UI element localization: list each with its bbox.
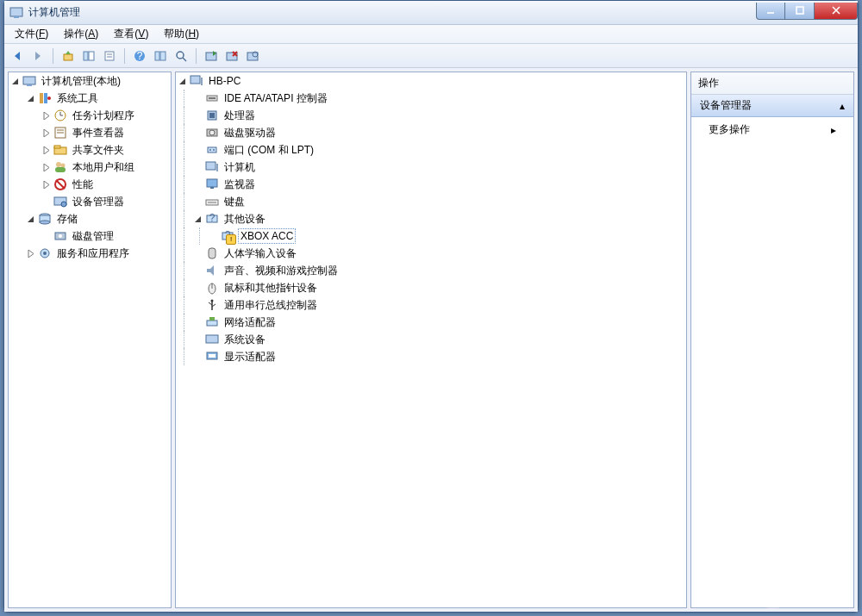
tree-item[interactable]: 系统设备 (176, 331, 686, 348)
tree-item[interactable]: 计算机管理(本地) (9, 72, 171, 90)
action-more[interactable]: 更多操作 ▸ (691, 117, 853, 142)
expander-open-icon[interactable] (9, 75, 21, 87)
tree-item[interactable]: 本地用户和组 (9, 159, 171, 176)
device-tree[interactable]: HB-PCIDE ATA/ATAPI 控制器处理器磁盘驱动器端口 (COM 和 … (176, 72, 686, 365)
titlebar[interactable]: 计算机管理 (4, 1, 858, 25)
action-selection[interactable]: 设备管理器 ▴ (691, 95, 853, 117)
svg-line-20 (183, 58, 186, 61)
back-button[interactable] (8, 47, 27, 65)
showhide-button[interactable] (79, 47, 98, 65)
tree-item[interactable]: 计算机 (176, 159, 686, 176)
svg-point-49 (56, 162, 61, 167)
tree-item[interactable]: 磁盘驱动器 (176, 124, 686, 141)
svg-rect-34 (40, 93, 43, 103)
tree-item[interactable]: 服务和应用程序 (9, 245, 171, 262)
expander-closed-icon[interactable] (40, 144, 52, 156)
audio-icon (205, 264, 219, 277)
expander-closed-icon[interactable] (40, 178, 52, 190)
expander-spacer (191, 351, 203, 363)
tree-item[interactable]: 监视器 (176, 176, 686, 193)
users-icon (53, 160, 67, 174)
tree-item[interactable]: 存储 (9, 210, 171, 227)
svg-rect-10 (84, 52, 88, 60)
find-button[interactable] (172, 47, 191, 65)
help-button[interactable]: ? (130, 47, 149, 65)
tree-item[interactable]: 磁盘管理 (9, 227, 171, 245)
tree-item-label: XBOX ACC (238, 228, 296, 244)
tree-item[interactable]: 端口 (COM 和 LPT) (176, 141, 686, 159)
expander-closed-icon[interactable] (40, 127, 52, 139)
scan-button[interactable] (243, 47, 262, 65)
expander-spacer (191, 196, 203, 208)
tree-item[interactable]: 任务计划程序 (9, 107, 171, 124)
tree-item[interactable]: 性能 (9, 176, 171, 193)
window-title: 计算机管理 (28, 5, 756, 20)
action-heading: 操作 (691, 72, 853, 95)
tree-item[interactable]: 人体学输入设备 (176, 245, 686, 262)
menu-view[interactable]: 查看(V) (107, 25, 155, 43)
menu-help[interactable]: 帮助(H) (157, 25, 206, 43)
expander-open-icon[interactable] (24, 92, 36, 104)
expander-spacer (40, 230, 52, 242)
svg-text:?: ? (225, 229, 231, 241)
expander-closed-icon[interactable] (40, 161, 52, 173)
close-button[interactable] (815, 3, 858, 20)
tree-item[interactable]: 处理器 (176, 107, 686, 124)
maximize-button[interactable] (785, 3, 815, 20)
svg-rect-83 (210, 187, 214, 189)
svg-point-50 (61, 164, 66, 168)
tree-item[interactable]: 事件查看器 (9, 124, 171, 141)
tree-item[interactable]: 设备管理器 (9, 193, 171, 210)
expander-open-icon[interactable] (176, 75, 188, 87)
svg-rect-31 (27, 84, 32, 86)
svg-text:?: ? (137, 50, 143, 62)
expander-spacer (191, 264, 203, 277)
disk-icon (53, 229, 67, 243)
tree-item[interactable]: HB-PC (176, 72, 686, 90)
scope-pane[interactable]: 计算机管理(本地)系统工具任务计划程序事件查看器共享文件夹本地用户和组性能设备管… (8, 72, 172, 608)
computer-icon (190, 74, 203, 88)
properties-button[interactable] (100, 47, 119, 65)
expander-spacer (207, 230, 219, 242)
expander-open-icon[interactable] (24, 213, 36, 225)
svg-marker-87 (195, 216, 201, 222)
tree-item[interactable]: 鼠标和其他指针设备 (176, 279, 686, 296)
svg-marker-48 (44, 164, 49, 171)
tree-item[interactable]: ?其他设备 (176, 210, 686, 227)
tree-item-label: IDE ATA/ATAPI 控制器 (222, 90, 329, 107)
menu-file[interactable]: 文件(F) (8, 25, 55, 43)
computer-management-window: 计算机管理 文件(F) 操作(A) 查看(V) 帮助(H) ? 计算机管理 (3, 0, 859, 613)
collapse-icon[interactable]: ▴ (840, 100, 845, 112)
svg-rect-3 (796, 7, 803, 14)
menu-action[interactable]: 操作(A) (57, 25, 105, 43)
expander-spacer (191, 299, 203, 311)
tree-item[interactable]: 声音、视频和游戏控制器 (176, 262, 686, 279)
tree-item[interactable]: 通用串行总线控制器 (176, 296, 686, 314)
forward-button[interactable] (28, 47, 47, 65)
expander-closed-icon[interactable] (40, 109, 52, 121)
tree-item[interactable]: 系统工具 (9, 90, 171, 107)
up-button[interactable] (59, 47, 78, 65)
tree-item[interactable]: 网络适配器 (176, 314, 686, 331)
tree-item[interactable]: IDE ATA/ATAPI 控制器 (176, 90, 686, 107)
svg-rect-51 (55, 167, 66, 172)
remove-button[interactable] (222, 47, 241, 65)
tree-item-label: 通用串行总线控制器 (222, 297, 319, 314)
tree-item-label: 端口 (COM 和 LPT) (222, 142, 315, 159)
minimize-button[interactable] (756, 3, 785, 20)
refresh-button[interactable] (202, 47, 221, 65)
svg-line-54 (56, 180, 65, 189)
expander-closed-icon[interactable] (24, 247, 36, 259)
svg-rect-1 (14, 16, 19, 18)
expander-open-icon[interactable] (191, 213, 203, 225)
svg-rect-102 (206, 335, 218, 343)
tree-item[interactable]: 共享文件夹 (9, 141, 171, 159)
perf-icon (53, 177, 67, 191)
svg-rect-101 (209, 317, 215, 320)
tree-item[interactable]: ?XBOX ACC (176, 227, 686, 245)
console-button[interactable] (151, 47, 170, 65)
tree-item[interactable]: 键盘 (176, 193, 686, 210)
scope-tree[interactable]: 计算机管理(本地)系统工具任务计划程序事件查看器共享文件夹本地用户和组性能设备管… (9, 72, 171, 262)
result-pane[interactable]: HB-PCIDE ATA/ATAPI 控制器处理器磁盘驱动器端口 (COM 和 … (175, 72, 687, 608)
tree-item[interactable]: 显示适配器 (176, 348, 686, 365)
